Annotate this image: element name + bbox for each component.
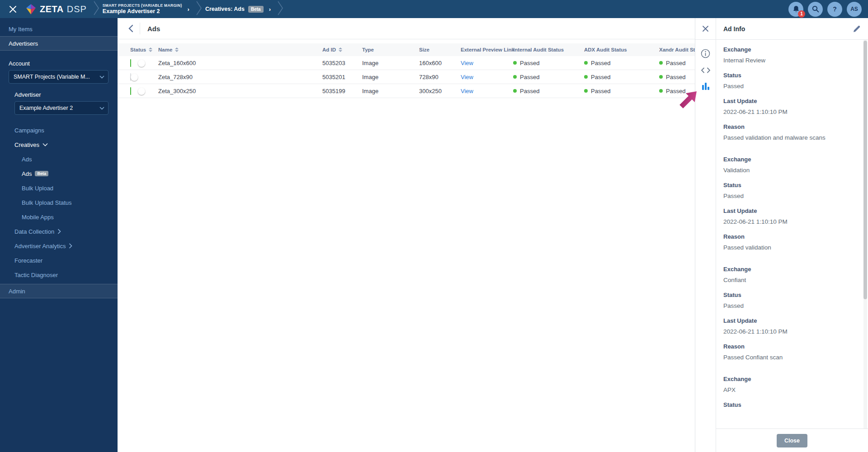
sidebar-item-creatives[interactable]: Creatives [0, 137, 118, 152]
account-select[interactable]: SMART Projects (Variable M... [9, 70, 108, 84]
info-tab-button[interactable] [701, 49, 710, 58]
internal-audit-status: Passed [520, 88, 539, 94]
field-value: Passed [723, 83, 854, 89]
panel-scroll-area[interactable]: ExchangeInternal Review StatusPassed Las… [716, 40, 868, 428]
sidebar-item-bulk-upload[interactable]: Bulk Upload [0, 181, 118, 195]
column-header-status[interactable]: Status [130, 47, 146, 52]
column-header-ad-id[interactable]: Ad ID [322, 47, 336, 52]
sidebar-item-campaigns[interactable]: Campaigns [0, 123, 118, 137]
sort-icon[interactable] [149, 47, 152, 52]
notifications-button[interactable]: 1 [788, 2, 803, 17]
app-root: ZETA DSP SMART PROJECTS (VARIABLE MARGIN… [0, 0, 868, 452]
search-button[interactable] [808, 2, 823, 17]
back-button[interactable] [128, 24, 133, 33]
sidebar-item-label: Bulk Upload [22, 185, 53, 192]
close-icon[interactable] [6, 3, 19, 15]
ad-size: 300x250 [419, 88, 461, 94]
avatar[interactable]: AS [847, 2, 862, 17]
panel-scrollbar-thumb[interactable] [863, 41, 867, 299]
breadcrumb-separator-icon [93, 0, 100, 18]
field-value: Passed [723, 302, 854, 309]
breadcrumb-creatives-ads[interactable]: Creatives: Ads Beta › [205, 6, 271, 13]
breadcrumb-advertiser[interactable]: SMART PROJECTS (VARIABLE MARGIN) Example… [103, 3, 189, 15]
sidebar-item-label: Tactic Diagnoser [14, 272, 58, 278]
code-tab-button[interactable] [701, 67, 711, 73]
close-icon [702, 25, 709, 32]
audit-block: ExchangeInternal Review StatusPassed Las… [723, 40, 854, 141]
notification-count-badge: 1 [798, 10, 805, 18]
avatar-initials: AS [850, 6, 858, 12]
panel-title: Ad Info [723, 25, 745, 33]
sort-icon[interactable] [175, 47, 179, 52]
sidebar-item-bulk-upload-status[interactable]: Bulk Upload Status [0, 195, 118, 210]
view-link[interactable]: View [461, 88, 473, 94]
field-label: Exchange [723, 266, 854, 273]
field-value: Passed validation and malware scans [723, 134, 854, 141]
view-link[interactable]: View [461, 60, 473, 66]
field-label: Status [723, 401, 854, 408]
chart-tab-button[interactable] [702, 82, 710, 90]
chevron-right-icon [57, 229, 61, 234]
account-select-value: SMART Projects (Variable M... [14, 74, 99, 80]
close-button[interactable]: Close [777, 434, 807, 447]
field-label: Last Update [723, 207, 854, 214]
sidebar-item-advertisers[interactable]: Advertisers [0, 36, 118, 51]
help-button[interactable]: ? [827, 2, 842, 17]
topbar-actions: 1 ? AS [788, 2, 862, 17]
ad-id: 5035201 [322, 74, 362, 80]
divider [140, 23, 140, 34]
field-label: Reason [723, 123, 854, 130]
breadcrumb-account-name: SMART PROJECTS (VARIABLE MARGIN) [103, 3, 182, 8]
zeta-dsp-logo[interactable]: ZETA DSP [25, 4, 87, 15]
column-header-name[interactable]: Name [158, 47, 172, 52]
field-value: 2022-06-21 1:10:10 PM [723, 328, 854, 335]
sidebar-item-label: Admin [9, 288, 25, 295]
table-row: Zeta_300x250 5035199 Image 300x250 View … [118, 84, 695, 98]
xandr-audit-status: Passed [666, 74, 685, 80]
status-dot [513, 61, 517, 65]
chevron-right-icon [69, 243, 72, 249]
field-label: Status [723, 182, 854, 188]
field-value: Passed validation [723, 244, 854, 251]
field-value: Passed [723, 193, 854, 199]
sidebar-item-advertiser-analytics[interactable]: Advertiser Analytics [0, 239, 118, 253]
zeta-gem-icon [25, 4, 37, 15]
edit-button[interactable] [853, 25, 861, 33]
status-toggle[interactable] [130, 59, 131, 67]
sort-icon[interactable] [339, 47, 342, 52]
sidebar-item-tactic-diagnoser[interactable]: Tactic Diagnoser [0, 268, 118, 282]
status-dot [513, 75, 517, 79]
panel-close-button[interactable] [695, 18, 716, 40]
chevron-down-icon [42, 143, 48, 146]
sidebar: My Items Advertisers Account SMART Proje… [0, 18, 118, 452]
field-label: Last Update [723, 98, 854, 104]
main-content: Ads Status Name Ad ID Type Size External… [118, 18, 695, 452]
sidebar-item-ads-beta[interactable]: Ads Beta [0, 166, 118, 181]
sidebar-item-label: Creatives [14, 141, 39, 148]
sidebar-item-label: Forecaster [14, 257, 42, 264]
chevron-down-icon [99, 107, 104, 110]
sidebar-item-forecaster[interactable]: Forecaster [0, 253, 118, 268]
status-dot [659, 61, 663, 65]
sidebar-item-ads[interactable]: Ads [0, 152, 118, 166]
advertiser-select[interactable]: Example Advertiser 2 [14, 101, 108, 115]
view-link[interactable]: View [461, 74, 473, 80]
status-dot [659, 75, 663, 79]
sidebar-item-mobile-apps[interactable]: Mobile Apps [0, 210, 118, 224]
breadcrumb-caret[interactable]: › [269, 6, 271, 13]
breadcrumb-caret[interactable]: › [188, 6, 189, 13]
field-label: Reason [723, 343, 854, 350]
audit-block: ExchangeValidation StatusPassed Last Upd… [723, 149, 854, 251]
panel-content: Ad Info ExchangeInternal Review StatusPa… [716, 18, 868, 452]
bar-chart-icon [702, 82, 710, 90]
sidebar-item-label: Ads [22, 156, 32, 163]
ad-name: Zeta_160x600 [158, 60, 322, 66]
sidebar-item-my-items[interactable]: My Items [0, 22, 118, 36]
page-title: Ads [147, 25, 160, 33]
sidebar-item-data-collection[interactable]: Data Collection [0, 224, 118, 239]
sidebar-item-admin[interactable]: Admin [0, 284, 118, 298]
status-toggle[interactable] [130, 87, 131, 95]
topbar: ZETA DSP SMART PROJECTS (VARIABLE MARGIN… [0, 0, 868, 18]
status-toggle[interactable] [130, 73, 131, 81]
panel-scrollbar-track[interactable] [863, 40, 867, 428]
